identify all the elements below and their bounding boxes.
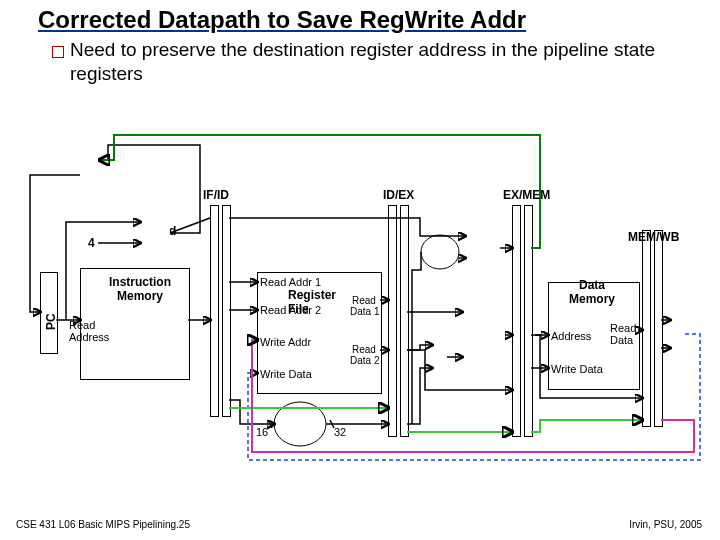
add-pc4-label: Add [153,224,176,238]
rf-data1-l: Data 1 [350,306,379,317]
idex-label: ID/EX [383,188,414,202]
rf-title: Register File [288,288,336,316]
memwb-label: MEM/WB [628,230,679,244]
const4-label: 4 [88,236,95,250]
svg-marker-0 [80,155,100,195]
alu-label: ALU [478,330,503,344]
memwb-reg-right [654,230,663,427]
rf-data2-l: Data 2 [350,355,379,366]
ifid-reg-right [222,205,231,417]
rf-writedata: Write Data [260,368,312,380]
sign-extend-label: Sign Extend [284,410,324,438]
imem-read-addr-label: Read Address [69,319,109,343]
svg-marker-7 [670,312,685,356]
shiftleft2-label: Shift left 2 [427,240,453,264]
footer-left: CSE 431 L06 Basic MIPS Pipelining.25 [16,519,190,530]
bullet-square-icon [52,46,64,58]
thirtytwo-label: 32 [334,426,346,438]
rf-read-l2: Read [352,344,376,355]
footer-right: Irvin, PSU, 2005 [629,519,702,530]
dmem-title: Data Memory [569,278,615,306]
dmem-readdata-label: Read Data [610,322,636,346]
dmem-writedata-label: Write Data [551,363,603,375]
rf-readaddr1: Read Addr 1 [260,276,321,288]
exmem-reg-right [524,205,533,437]
ifid-label: IF/ID [203,188,229,202]
exmem-reg-left [512,205,521,437]
idex-reg-left [388,205,397,437]
sixteen-label: 16 [256,426,268,438]
rf-read-l1: Read [352,295,376,306]
pc-label: PC [44,313,58,330]
imem-title: Instruction Memory [100,275,180,303]
page-title: Corrected Datapath to Save RegWrite Addr [38,6,526,34]
idex-reg-right [400,205,409,437]
svg-marker-6 [432,340,447,374]
add-branch-label: Add [477,238,500,252]
memwb-reg-left [642,230,651,427]
bullet-text: Need to preserve the destination registe… [70,38,660,86]
rf-writeaddr: Write Addr [260,336,311,348]
ifid-reg-left [210,205,219,417]
svg-line-27 [268,420,272,428]
exmem-label: EX/MEM [503,188,550,202]
dmem-address-label: Address [551,330,591,342]
